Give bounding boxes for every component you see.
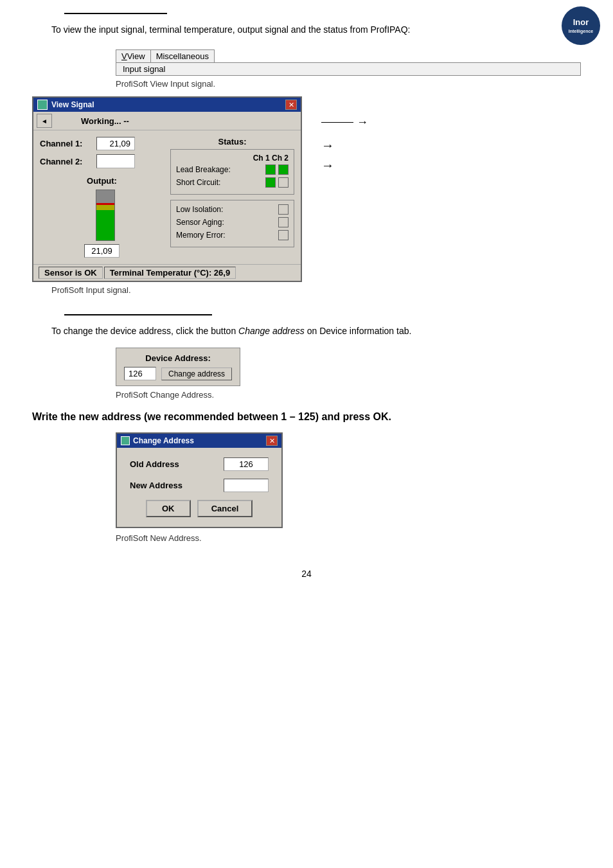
statusbar-temp: Terminal Temperatur (°C): 26,9	[104, 267, 236, 279]
status-box-1: Ch 1 Ch 2 Lead Breakage: Short Circuit:	[170, 149, 294, 195]
sensor-aging-row: Sensor Aging:	[176, 217, 289, 227]
caption-new-address: ProfiSoft New Address.	[116, 533, 581, 543]
working-label: Working... --	[81, 116, 129, 126]
arrows-area: → → →	[321, 96, 368, 173]
lead-breakage-ch2	[278, 164, 289, 175]
short-circuit-row: Short Circuit:	[176, 177, 289, 188]
short-circuit-label: Short Circuit:	[176, 178, 220, 187]
logo-text-intelligence: Intelligence	[569, 28, 594, 34]
channel2-label: Channel 2:	[40, 157, 91, 166]
low-isolation-box	[278, 204, 289, 215]
memory-error-box	[278, 230, 289, 240]
old-address-label: Old Address	[130, 459, 179, 469]
dialog-statusbar: Sensor is OK Terminal Temperatur (°C): 2…	[33, 264, 301, 281]
memory-error-row: Memory Error:	[176, 230, 289, 240]
change-address-dialog: Change Address ✕ Old Address New Address…	[116, 432, 283, 528]
arrow-line-1	[321, 122, 353, 123]
output-bar-yellow	[96, 205, 114, 210]
ok-button[interactable]: OK	[146, 500, 191, 517]
output-section: Output: 21,09	[40, 176, 164, 258]
menu-input-signal-label: Input signal	[123, 64, 166, 74]
memory-error-label: Memory Error:	[176, 231, 226, 240]
dialog-close-button[interactable]: ✕	[285, 100, 297, 110]
arrow-row-3: →	[321, 158, 368, 173]
dialog-toolbar: ◄ Working... --	[33, 112, 301, 130]
change-address-titlebar: Change Address ✕	[117, 434, 281, 448]
menu-view-label: V	[121, 51, 127, 61]
arrow-3: →	[321, 158, 334, 173]
device-address-box: Device Address: Change address	[116, 348, 240, 386]
change-addr-icon	[121, 436, 130, 445]
section-2: To change the device address, click the …	[32, 314, 581, 543]
new-address-field[interactable]	[224, 479, 269, 492]
change-addr-title-left: Change Address	[121, 436, 194, 445]
new-address-row: New Address	[130, 479, 269, 492]
low-isolation-indicator	[278, 204, 289, 215]
lead-breakage-ch1	[265, 164, 276, 175]
intro-text2-after: on Device information tab.	[305, 326, 412, 336]
caption-input-signal: ProfiSoft Input signal.	[51, 285, 581, 295]
arrow-row-2: →	[321, 138, 368, 153]
dialog-title-icon	[37, 100, 48, 110]
output-center	[46, 190, 164, 241]
channel2-value	[96, 154, 135, 168]
menu-demo: VViewView Miscellaneous Input signal	[116, 49, 581, 76]
output-value: 21,09	[84, 244, 120, 258]
channel1-row: Channel 1: 21,09	[40, 137, 164, 150]
old-address-field[interactable]	[224, 457, 269, 471]
device-address-row: Change address	[124, 367, 232, 380]
menu-item-misc[interactable]: Miscellaneous	[151, 50, 214, 62]
cancel-button[interactable]: Cancel	[197, 500, 253, 517]
change-address-button[interactable]: Change address	[161, 368, 232, 380]
dialog-main-content: Channel 1: 21,09 Channel 2: Output:	[40, 137, 294, 258]
output-bar-green	[96, 210, 114, 240]
logo-text-inor: Inor	[573, 17, 589, 28]
logo-area: Inor Intelligence	[562, 6, 600, 45]
dialog-left-panel: Channel 1: 21,09 Channel 2: Output:	[40, 137, 164, 258]
menu-dropdown-input-signal[interactable]: Input signal	[116, 62, 581, 76]
short-circuit-ch2	[278, 177, 289, 188]
menu-misc-label: Miscellaneous	[156, 51, 209, 61]
output-bar	[96, 190, 115, 241]
intro-paragraph-2: To change the device address, click the …	[32, 324, 581, 338]
status-title: Status:	[170, 137, 294, 146]
intro-italic: Change address	[238, 326, 305, 336]
memory-error-indicator	[278, 230, 289, 240]
dialog-right-panel: Status: Ch 1 Ch 2 Lead Breakage:	[170, 137, 294, 258]
addr-button-row: OK Cancel	[130, 500, 269, 517]
write-address-text: Write the new address (we recommended be…	[32, 411, 581, 423]
page-number: 24	[32, 569, 581, 579]
change-addr-title-text: Change Address	[133, 436, 194, 445]
output-label: Output:	[40, 176, 164, 186]
arrow-2: →	[321, 138, 334, 153]
lead-breakage-label: Lead Breakage:	[176, 165, 231, 174]
old-address-row: Old Address	[130, 457, 269, 471]
arrow-1: →	[357, 116, 368, 129]
view-signal-dialog: View Signal ✕ ◄ Working... -- Channel 1:…	[32, 96, 302, 282]
channel1-value: 21,09	[96, 137, 135, 150]
address-input-field[interactable]	[124, 367, 156, 380]
dialog-title-text: View Signal	[51, 100, 94, 109]
statusbar-sensor: Sensor is OK	[39, 267, 103, 279]
arrow-row-1: →	[321, 116, 368, 129]
status-ch-header: Ch 1 Ch 2	[176, 154, 289, 163]
status-box-2: Low Isolation: Sensor Aging:	[170, 200, 294, 247]
toolbar-back-button[interactable]: ◄	[37, 114, 52, 128]
short-circuit-ch1	[265, 177, 276, 188]
menu-item-view[interactable]: VViewView	[116, 50, 151, 62]
lead-breakage-row: Lead Breakage:	[176, 164, 289, 175]
change-address-body: Old Address New Address OK Cancel	[117, 448, 281, 527]
dialog-titlebar-left: View Signal	[37, 100, 94, 110]
intro-text2-before: To change the device address, click the …	[51, 326, 238, 336]
low-isolation-label: Low Isolation:	[176, 205, 223, 214]
sensor-aging-label: Sensor Aging:	[176, 218, 224, 227]
logo-icon: Inor Intelligence	[562, 6, 600, 45]
change-addr-close-button[interactable]: ✕	[266, 436, 278, 446]
short-circuit-indicators	[265, 177, 289, 188]
caption-1: ProfiSoft View Input signal.	[116, 79, 581, 89]
device-address-title: Device Address:	[124, 353, 232, 363]
new-address-label: New Address	[130, 481, 182, 490]
section-divider-1	[64, 13, 167, 14]
sensor-aging-box	[278, 217, 289, 227]
channel2-row: Channel 2:	[40, 154, 164, 168]
